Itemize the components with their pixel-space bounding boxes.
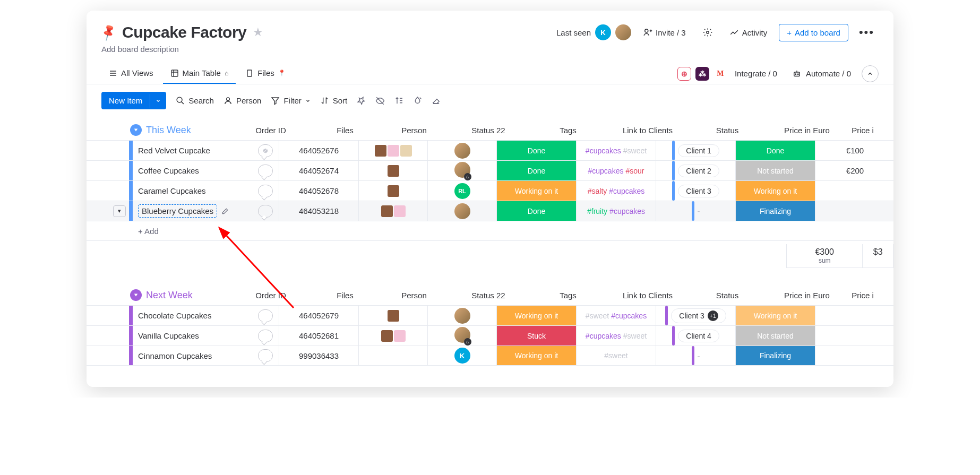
board-title[interactable]: Cupcake Factory	[122, 23, 246, 41]
tag[interactable]: #sweet	[586, 312, 609, 320]
order-id-cell[interactable]: 464052674	[279, 161, 358, 180]
last-seen[interactable]: Last seen K	[556, 24, 631, 40]
col-status[interactable]: Status	[687, 126, 767, 135]
person-cell[interactable]: RL	[427, 181, 496, 201]
status22-cell[interactable]: Working on it	[496, 346, 576, 365]
tag[interactable]: #cupcakes	[609, 187, 644, 195]
order-id-cell[interactable]: 464052676	[279, 141, 358, 160]
col-status[interactable]: Status	[687, 291, 767, 300]
link-cell[interactable]: Client 4	[656, 326, 735, 346]
file-thumbnail[interactable]	[388, 185, 399, 197]
price-eur-cell[interactable]	[815, 181, 893, 201]
tag[interactable]: #cupcakes	[586, 146, 621, 155]
group-title[interactable]: This Week	[146, 125, 191, 136]
chat-button[interactable]	[258, 185, 273, 197]
price-eur-cell[interactable]: €100	[815, 141, 893, 160]
order-id-cell[interactable]: 464052681	[279, 326, 358, 346]
tags-cell[interactable]: #fruity #cupcakes	[576, 201, 656, 221]
file-thumbnail[interactable]	[400, 145, 412, 157]
col-price[interactable]: Price i	[847, 291, 879, 300]
link-cell[interactable]: -	[656, 201, 735, 221]
add-item-label[interactable]: + Add	[133, 227, 252, 236]
status-cell[interactable]: Working on it	[735, 306, 815, 325]
price-eur-cell[interactable]	[815, 201, 893, 221]
tag[interactable]: #sweet	[623, 332, 647, 340]
person-cell[interactable]	[427, 201, 496, 221]
files-cell[interactable]	[358, 181, 427, 201]
item-name-cell[interactable]: Red Velvet Cupcake	[133, 141, 252, 160]
add-to-board-button[interactable]: + Add to board	[779, 24, 848, 41]
edit-icon[interactable]	[221, 208, 229, 215]
chat-button[interactable]	[258, 330, 273, 342]
search-button[interactable]: Search	[176, 96, 214, 105]
item-name[interactable]: Red Velvet Cupcake	[138, 146, 210, 155]
status-cell[interactable]: Finalizing	[735, 201, 815, 221]
files-cell[interactable]	[358, 326, 427, 346]
client-link[interactable]: Client 1	[678, 144, 719, 157]
status22-cell[interactable]: Done	[496, 141, 576, 160]
price-eur-cell[interactable]	[815, 326, 893, 346]
new-item-dropdown[interactable]	[150, 94, 166, 108]
tags-cell[interactable]: #sweet #cupcakes	[576, 306, 656, 325]
col-price[interactable]: Price i	[847, 126, 879, 135]
chat-button[interactable]	[258, 349, 273, 362]
link-cell[interactable]: Client 3 +1	[656, 306, 735, 325]
tag[interactable]: #cupcakes	[609, 207, 645, 215]
person-cell[interactable]: K	[427, 346, 496, 365]
item-name-cell[interactable]: Cinnamon Cupcakes	[133, 346, 252, 365]
order-id-cell[interactable]: 464052678	[279, 181, 358, 201]
client-link[interactable]: Client 4	[678, 330, 719, 342]
status22-cell[interactable]: Done	[496, 161, 576, 180]
col-status22[interactable]: Status 22	[449, 291, 528, 300]
status-cell[interactable]: Done	[735, 141, 815, 160]
chat-button[interactable]: 2	[258, 144, 273, 157]
tag[interactable]: #cupcakes	[611, 312, 647, 320]
activity-button[interactable]: Activity	[724, 24, 773, 40]
status22-cell[interactable]: Done	[496, 201, 576, 221]
add-item-row[interactable]: + Add	[87, 221, 893, 241]
tag[interactable]: #cupcakes	[588, 167, 624, 175]
order-id-cell[interactable]: 464053218	[279, 201, 358, 221]
tag[interactable]: #salty	[588, 187, 607, 195]
col-link-clients[interactable]: Link to Clients	[608, 291, 687, 300]
price-eur-cell[interactable]	[815, 346, 893, 365]
integrate-button[interactable]: ⊕ ⁂ M Integrate / 0	[677, 67, 777, 81]
person-filter-button[interactable]: Person	[223, 96, 262, 105]
item-name[interactable]: Blueberry Cupcakes	[138, 204, 217, 218]
col-order-id[interactable]: Order ID	[231, 126, 311, 135]
tag[interactable]: #sweet	[623, 146, 647, 155]
files-cell[interactable]	[358, 346, 427, 365]
automate-button[interactable]: Automate / 0	[792, 69, 851, 79]
item-name-cell[interactable]: Blueberry Cupcakes	[133, 201, 252, 221]
files-cell[interactable]	[358, 141, 427, 160]
status-cell[interactable]: Finalizing	[735, 346, 815, 365]
item-name-cell[interactable]: Caramel Cupcakes	[133, 181, 252, 201]
person-avatar[interactable]	[454, 308, 470, 324]
file-thumbnail[interactable]	[381, 330, 393, 342]
col-person[interactable]: Person	[380, 291, 449, 300]
avatar-k[interactable]: K	[595, 24, 611, 40]
col-files[interactable]: Files	[311, 126, 380, 135]
price-eur-cell[interactable]	[815, 306, 893, 325]
files-cell[interactable]	[358, 306, 427, 325]
chat-button[interactable]	[258, 309, 273, 322]
order-id-cell[interactable]: 999036433	[279, 346, 358, 365]
item-name-cell[interactable]: Vanilla Cupcakes	[133, 326, 252, 346]
chat-button[interactable]	[258, 165, 273, 177]
hide-tool-button[interactable]	[375, 96, 385, 106]
item-name-cell[interactable]: Chocolate Cupcakes	[133, 306, 252, 325]
col-files[interactable]: Files	[311, 291, 380, 300]
col-link-clients[interactable]: Link to Clients	[608, 126, 687, 135]
link-cell[interactable]: -	[656, 346, 735, 365]
color-tool-button[interactable]	[413, 96, 422, 105]
person-avatar[interactable]	[454, 203, 470, 219]
invite-button[interactable]: Invite / 3	[638, 24, 691, 40]
col-status22[interactable]: Status 22	[449, 126, 528, 135]
collapse-header-button[interactable]	[862, 65, 879, 82]
person-avatar[interactable]: RL	[454, 183, 470, 199]
col-tags[interactable]: Tags	[528, 126, 608, 135]
tags-cell[interactable]: #salty #cupcakes	[576, 181, 656, 201]
files-tab[interactable]: Files 📍	[238, 63, 293, 84]
item-name[interactable]: Cinnamon Cupcakes	[138, 351, 212, 360]
link-cell[interactable]: Client 2	[656, 161, 735, 180]
